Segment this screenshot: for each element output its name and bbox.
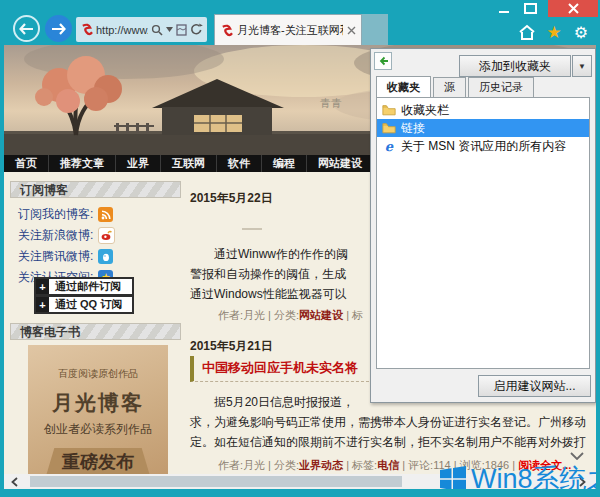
nav-item-recommended[interactable]: 推荐文章 <box>49 155 116 172</box>
favorites-item-label: 链接 <box>401 120 425 137</box>
compatibility-view-icon[interactable] <box>176 24 187 36</box>
favorites-item-label: 关于 MSN 资讯应用的所有内容 <box>401 138 566 155</box>
pin-favorites-button[interactable] <box>374 52 392 70</box>
page-viewport: 青青 首页 推荐文章 业界 互联网 软件 编程 网站建设 搜索引擎 订阅博客 订… <box>4 45 596 489</box>
add-to-favorites-button[interactable]: 添加到收藏夹 <box>459 55 571 77</box>
ad-line2: 月光博客 <box>28 389 168 417</box>
minimize-button[interactable] <box>492 0 516 17</box>
sidebar-link-rss[interactable]: 订阅我的博客: <box>18 205 113 224</box>
close-icon <box>568 3 579 14</box>
meta-separator: | 标签: <box>343 459 377 471</box>
nav-item-software[interactable]: 软件 <box>217 155 262 172</box>
subscribe-email-label: 通过邮件订阅 <box>55 279 121 294</box>
forward-arrow-icon <box>51 23 66 35</box>
nav-item-programming[interactable]: 编程 <box>262 155 307 172</box>
home-button[interactable] <box>516 21 538 43</box>
maximize-icon <box>524 3 537 14</box>
post-body-line: 通过Winww作的作作的阈 <box>190 246 348 263</box>
meta-suffix: | 标 <box>343 309 363 321</box>
post-body-line: 定。如在短信通知的限期前不进行实名制，拒不实名制用户不能再对外拨打 <box>190 434 586 451</box>
ie-favicon: e <box>382 139 396 154</box>
tab-title: 月光博客-关注互联网和搜... <box>237 23 343 38</box>
favorites-list: 收藏夹栏 链接 e 关于 MSN 资讯应用的所有内容 <box>376 97 590 369</box>
home-icon <box>518 24 536 41</box>
post-body-line: 据5月20日信息时报报道， <box>190 394 354 411</box>
chevron-down-icon <box>570 452 584 460</box>
close-button[interactable] <box>548 0 598 17</box>
favorites-button[interactable]: ★ <box>543 21 565 43</box>
tab-close-icon[interactable] <box>347 26 356 35</box>
folder-icon <box>382 122 396 134</box>
address-bar[interactable]: http://www.willia... <box>76 17 207 42</box>
nav-item-internet[interactable]: 互联网 <box>161 155 217 172</box>
forward-button[interactable] <box>45 15 72 42</box>
maximize-button[interactable] <box>518 0 542 17</box>
sina-weibo-icon[interactable] <box>98 227 115 244</box>
favorites-tabs: 收藏夹 源 历史记录 <box>376 81 536 98</box>
nav-item-home[interactable]: 首页 <box>4 155 49 172</box>
placeholder-line <box>242 228 262 230</box>
meta-prefix: 作者:月光 | 分类: <box>218 309 299 321</box>
scrollbar-thumb[interactable] <box>30 476 402 487</box>
watermark-text: Win8系统之家 <box>471 461 596 489</box>
sidebar-link-sina-weibo[interactable]: 关注新浪微博: <box>18 226 115 245</box>
favorites-center-panel: 添加到收藏夹 ▼ 收藏夹 源 历史记录 收藏夹栏 链接 e 关于 MSN 资讯应… <box>370 48 596 403</box>
watermark: Win8系统之家 <box>440 461 596 489</box>
back-button[interactable] <box>13 15 40 42</box>
plus-icon: + <box>36 279 49 294</box>
ebook-section-header: 博客电子书 <box>10 323 181 340</box>
back-arrow-icon <box>19 23 34 35</box>
gear-icon: ⚙ <box>574 23 588 42</box>
add-favorites-dropdown-button[interactable]: ▼ <box>572 55 592 77</box>
favorites-item-bar[interactable]: 收藏夹栏 <box>377 101 589 119</box>
favorites-item-links-selected[interactable]: 链接 <box>377 119 589 137</box>
pin-arrow-icon <box>378 56 389 66</box>
subscribe-qq-label: 通过 QQ 订阅 <box>55 297 122 312</box>
post-body-line: 求，为避免影响号码正常使用，需携带本人身份证进行实名登记。广州移动 <box>190 414 586 431</box>
sidebar-link-label: 关注新浪微博: <box>18 227 93 244</box>
tab-favorites[interactable]: 收藏夹 <box>376 76 431 98</box>
address-dropdown-icon[interactable] <box>166 27 173 32</box>
sidebar-link-label: 关注腾讯微博: <box>18 248 93 265</box>
post-body-line: 警报和自动操作的阈值，生成 <box>190 266 346 283</box>
tools-button[interactable]: ⚙ <box>570 21 592 43</box>
nav-item-website[interactable]: 网站建设 <box>307 155 374 172</box>
meta-tag-link[interactable]: 电信 <box>377 459 399 471</box>
refresh-icon[interactable] <box>190 23 203 36</box>
meta-category-link[interactable]: 网站建设 <box>299 309 343 321</box>
rss-icon[interactable] <box>98 207 113 222</box>
browser-tab[interactable]: 月光博客-关注互联网和搜... <box>214 14 362 45</box>
tab-favicon <box>220 24 233 37</box>
address-input[interactable]: http://www.willia... <box>96 24 148 36</box>
post-body-line: 通过Windows性能监视器可以 <box>190 286 347 303</box>
tab-history[interactable]: 历史记录 <box>468 77 534 98</box>
ad-line3: 创业者必读系列作品 <box>28 421 168 438</box>
search-icon[interactable] <box>151 24 163 36</box>
scroll-left-button[interactable] <box>6 475 22 488</box>
enable-suggested-sites-button[interactable]: 启用建议网站... <box>478 375 591 397</box>
star-icon: ★ <box>546 22 561 42</box>
nav-item-industry[interactable]: 业界 <box>116 155 161 172</box>
minimize-icon <box>499 11 509 13</box>
banner-caption: 青青 <box>320 97 342 109</box>
sidebar-link-label: 订阅我的博客: <box>18 206 93 223</box>
folder-icon <box>382 104 396 116</box>
ad-line4: 重磅发布 <box>46 448 150 476</box>
plus-icon: + <box>36 297 49 312</box>
subscribe-section-header: 订阅博客 <box>10 181 181 198</box>
chevron-left-icon <box>11 477 18 487</box>
tab-feeds[interactable]: 源 <box>433 77 466 98</box>
subscribe-qq-button[interactable]: + 通过 QQ 订阅 <box>34 295 134 314</box>
tencent-weibo-icon[interactable] <box>98 249 113 264</box>
new-tab-area[interactable] <box>362 14 388 45</box>
site-favicon <box>80 23 93 36</box>
sidebar-link-tencent-weibo[interactable]: 关注腾讯微博: <box>18 247 113 266</box>
ebook-ad-banner[interactable]: 百度阅读原创作品 月光博客 创业者必读系列作品 重磅发布 <box>28 345 168 477</box>
subscribe-email-button[interactable]: + 通过邮件订阅 <box>34 277 134 296</box>
favorites-item-label: 收藏夹栏 <box>401 102 449 119</box>
post-meta: 作者:月光 | 分类:网站建设 | 标 <box>218 308 363 323</box>
post-date: 2015年5月22日 <box>190 190 273 207</box>
meta-prefix: 作者:月光 | 分类: <box>218 459 299 471</box>
meta-category-link[interactable]: 业界动态 <box>299 459 343 471</box>
favorites-item-msn[interactable]: e 关于 MSN 资讯应用的所有内容 <box>377 137 589 155</box>
